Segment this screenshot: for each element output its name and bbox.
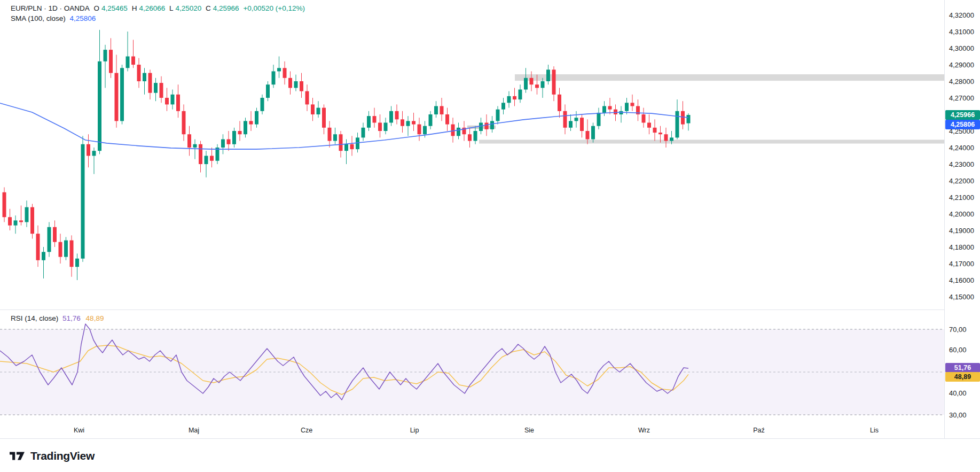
candle-body — [423, 126, 427, 135]
tradingview-glyph-icon — [10, 449, 26, 463]
axis-label: 4,30000 — [949, 44, 974, 52]
candle-body — [445, 114, 449, 125]
price-badge: 51,76 — [945, 363, 980, 373]
symbol-legend[interactable]: EUR/PLN · 1D · OANDA O4,25465 H4,26066 L… — [11, 4, 307, 12]
candle-body — [36, 234, 40, 260]
candle-body — [687, 115, 691, 123]
candle-body — [187, 134, 191, 148]
symbol-title[interactable]: EUR/PLN · 1D · OANDA — [11, 4, 90, 12]
candle-body — [59, 242, 62, 257]
candle-body — [513, 96, 516, 99]
axis-label: 4,32000 — [949, 11, 974, 19]
candle-body — [266, 84, 270, 98]
candle-body — [530, 78, 534, 84]
tradingview-wordmark: TradingView — [30, 450, 95, 462]
price-badge: 4,25806 — [945, 120, 980, 129]
time-axis[interactable]: KwiMajCzeLipSieWrzPaźLis — [0, 422, 944, 438]
candle-body — [81, 144, 85, 259]
rsi-value: 51,76 — [62, 314, 81, 322]
candle-body — [8, 217, 12, 226]
rsi-ma-value: 48,89 — [86, 314, 104, 322]
candle-body — [519, 90, 522, 100]
axis-label: 70,00 — [949, 326, 967, 334]
candle-body — [120, 68, 124, 121]
axis-label: 4,17000 — [949, 260, 974, 268]
candle-body — [131, 57, 135, 65]
candle-body — [227, 140, 231, 144]
candle-body — [176, 95, 180, 111]
candle-body — [109, 50, 113, 73]
candle-body — [333, 134, 337, 141]
candle-body — [418, 125, 421, 135]
candle-body — [496, 110, 500, 121]
axis-label: 4,20000 — [949, 210, 974, 218]
candle-body — [575, 118, 578, 121]
candle-body — [221, 140, 225, 148]
candle-body — [339, 134, 343, 151]
candle-body — [384, 123, 388, 131]
month-label: Cze — [301, 427, 312, 434]
sma-value: 4,25806 — [70, 14, 96, 22]
candle-body — [210, 156, 214, 161]
tradingview-logo[interactable]: TradingView — [10, 449, 95, 463]
axis-label: 4,31000 — [949, 28, 974, 36]
candle-body — [283, 68, 287, 78]
candle-body — [642, 114, 646, 123]
candle-body — [255, 111, 258, 125]
candle-body — [558, 95, 561, 111]
price-badge: 48,89 — [945, 372, 980, 382]
candle-body — [305, 91, 309, 105]
axis-label: 4,27000 — [949, 94, 974, 102]
candle-body — [350, 144, 354, 149]
axis-label: 4,18000 — [949, 243, 974, 251]
candle-body — [193, 144, 197, 148]
candle-body — [597, 113, 601, 126]
candle-body — [670, 137, 673, 141]
rsi-label[interactable]: RSI (14, close) — [11, 314, 58, 322]
sma-label[interactable]: SMA (100, close) — [11, 14, 66, 22]
candle-body — [501, 103, 505, 109]
candle-body — [647, 123, 651, 128]
candle-body — [676, 111, 679, 138]
candle-body — [434, 106, 438, 115]
axis-label: 4,23000 — [949, 160, 974, 168]
candle-body — [367, 116, 371, 128]
sma-legend[interactable]: SMA (100, close) 4,25806 — [11, 14, 98, 22]
candle-body — [344, 144, 348, 151]
candle-body — [552, 69, 556, 95]
low-value: 4,25020 — [175, 4, 201, 12]
price-zone — [515, 74, 944, 81]
month-label: Lip — [410, 427, 419, 434]
candle-body — [249, 121, 253, 124]
candle-body — [165, 98, 169, 104]
candle-body — [205, 156, 208, 165]
close-label: C — [206, 4, 211, 12]
candle-body — [311, 104, 315, 114]
candle-body — [87, 144, 90, 156]
candle-body — [182, 111, 186, 134]
change-value: +0,00520 (+0,12%) — [243, 4, 305, 12]
candle-body — [362, 128, 365, 138]
month-label: Maj — [189, 427, 199, 434]
rsi-legend[interactable]: RSI (14, close) 51,76 48,89 — [11, 314, 106, 322]
price-axis[interactable]: 4,320004,310004,300004,290004,280004,270… — [944, 0, 980, 438]
axis-label: 4,19000 — [949, 227, 974, 235]
high-label: H — [132, 4, 137, 12]
candle-body — [272, 71, 276, 84]
candle-body — [356, 137, 359, 149]
candle-body — [143, 73, 146, 82]
candle-body — [524, 78, 528, 90]
price-zone — [479, 140, 944, 143]
month-label: Paź — [753, 427, 765, 434]
price-chart-svg[interactable] — [0, 0, 980, 438]
high-value: 4,26066 — [139, 4, 165, 12]
candle-body — [563, 111, 567, 128]
candle-body — [541, 81, 545, 88]
candle-body — [546, 69, 550, 81]
axis-label: 4,29000 — [949, 61, 974, 69]
candle-body — [485, 123, 489, 129]
open-label: O — [94, 4, 100, 12]
candle-body — [373, 116, 377, 122]
pane-separator[interactable] — [0, 309, 980, 310]
candle-body — [126, 57, 130, 68]
